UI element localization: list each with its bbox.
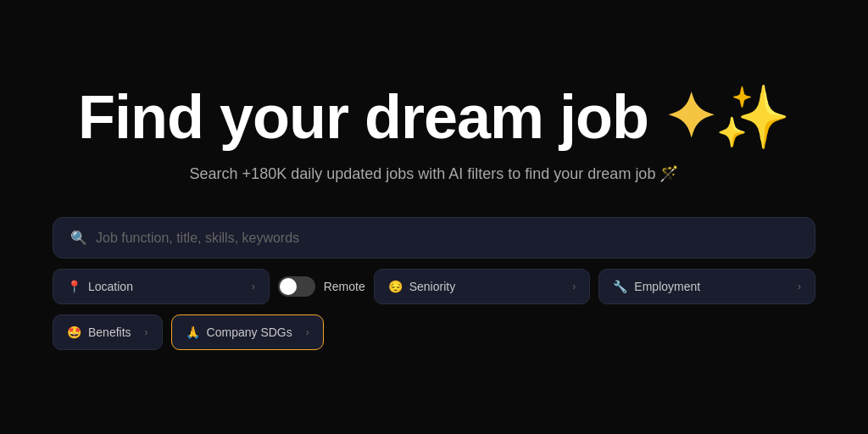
location-btn-content: 📍 Location [67, 280, 133, 293]
location-icon: 📍 [67, 280, 81, 293]
subtitle-text: Search +180K daily updated jobs with AI … [190, 164, 679, 183]
employment-filter-button[interactable]: 🔧 Employment › [598, 269, 815, 304]
sdgs-btn-content: 🙏 Company SDGs [186, 326, 292, 339]
location-filter-button[interactable]: 📍 Location › [53, 269, 270, 304]
toggle-knob [280, 278, 297, 295]
employment-label: Employment [634, 280, 700, 293]
seniority-chevron: › [572, 281, 576, 292]
sparkle-icon: ✦✨ [665, 83, 790, 151]
filters-row-2: 🤩 Benefits › 🙏 Company SDGs › [53, 314, 815, 350]
remote-toggle-switch[interactable] [278, 276, 315, 297]
remote-toggle-container: Remote [278, 276, 365, 297]
benefits-label: Benefits [88, 326, 131, 339]
sdgs-label: Company SDGs [207, 326, 292, 339]
location-chevron: › [252, 281, 255, 292]
seniority-icon: 😔 [388, 280, 403, 293]
benefits-icon: 🤩 [67, 326, 81, 339]
sdgs-filter-button[interactable]: 🙏 Company SDGs › [171, 314, 324, 350]
sdgs-chevron: › [306, 326, 309, 338]
main-container: Find your dream job ✦✨ Search +180K dail… [19, 84, 849, 350]
headline-text: Find your dream job [78, 83, 648, 151]
employment-btn-content: 🔧 Employment [613, 280, 700, 293]
filters-row-1: 📍 Location › Remote 😔 Seniority › 🔧 Empl… [53, 269, 815, 304]
seniority-label: Seniority [409, 280, 455, 293]
employment-chevron: › [798, 281, 801, 292]
main-headline: Find your dream job ✦✨ [78, 84, 790, 151]
remote-label: Remote [324, 280, 365, 293]
sdgs-icon: 🙏 [186, 326, 200, 339]
search-icon: 🔍 [70, 230, 87, 246]
employment-icon: 🔧 [613, 280, 627, 293]
search-bar[interactable]: 🔍 Job function, title, skills, keywords [53, 217, 815, 259]
benefits-filter-button[interactable]: 🤩 Benefits › [53, 314, 163, 350]
benefits-btn-content: 🤩 Benefits [67, 326, 131, 339]
seniority-btn-content: 😔 Seniority [388, 280, 455, 293]
location-label: Location [88, 280, 133, 293]
seniority-filter-button[interactable]: 😔 Seniority › [374, 269, 591, 304]
benefits-chevron: › [145, 326, 148, 338]
search-placeholder: Job function, title, skills, keywords [96, 231, 299, 246]
